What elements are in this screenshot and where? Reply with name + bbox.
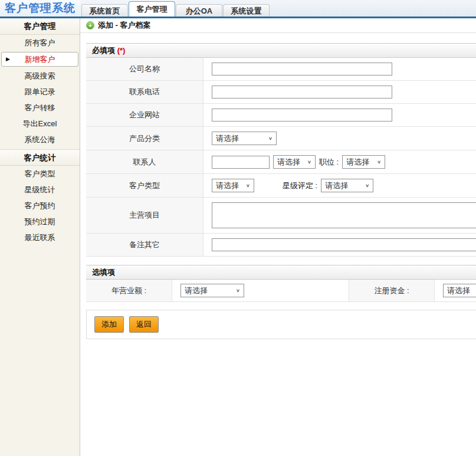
main-business-label: 主营项目 [86,198,203,233]
customer-type-select[interactable]: 请选择 ∨ [212,179,254,192]
form-row-website: 企业网站 [86,104,476,127]
optional-section-header: 选填项 [86,265,476,280]
chevron-down-icon: ∨ [236,288,240,293]
tab-office-oa[interactable]: 办公OA [176,4,222,17]
optional-form-row: 年营业额 : 请选择 ∨ 注册资金 : 请选择 ∨ [86,280,476,302]
sidebar: 客户管理 所有客户 ▶ 新增客户 高级搜索 跟单记录 客户转移 导出Excel … [0,18,80,456]
tab-system-home[interactable]: 系统首页 [81,4,128,17]
form-row-main-business: 主营项目 [86,198,476,234]
required-section-header: 必填项 (*) [86,43,476,58]
breadcrumb: + 添加 - 客户档案 [80,18,476,33]
company-website-input[interactable] [212,109,392,122]
contact-person-input[interactable] [212,156,270,169]
sidebar-item-appointment-expired[interactable]: 预约过期 [0,214,80,229]
sidebar-item-public-pool[interactable]: 系统公海 [0,132,80,147]
app-window: 客户管理系统 系统首页 客户管理 办公OA 系统设置 客户管理 所有客户 ▶ 新… [0,0,476,456]
star-rating-select[interactable]: 请选择 ∨ [321,179,373,192]
company-website-label: 企业网站 [86,104,203,126]
chevron-down-icon: ∨ [377,159,381,165]
star-rating-label: 星级评定 : [283,181,317,191]
contact-person-select[interactable]: 请选择 ∨ [273,155,316,169]
select-value: 请选择 [277,157,300,168]
arrow-right-icon: ▶ [6,53,10,66]
sidebar-item-follow-up-records[interactable]: 跟单记录 [0,84,80,100]
product-category-select[interactable]: 请选择 ∨ [212,132,277,145]
required-marker: (*) [117,46,126,55]
select-value: 请选择 [216,181,239,191]
chevron-down-icon: ∨ [268,136,273,141]
button-panel: 添加 返回 [86,310,476,339]
contact-phone-label: 联系电话 [86,81,203,103]
back-button[interactable]: 返回 [129,316,159,333]
main-business-textarea[interactable] [212,202,476,228]
product-category-label: 产品分类 [86,127,203,150]
add-button[interactable]: 添加 [94,316,124,333]
company-name-input[interactable] [212,63,392,76]
position-select[interactable]: 请选择 ∨ [342,155,385,169]
sidebar-item-all-customers[interactable]: 所有客户 [0,35,80,51]
tab-system-settings[interactable]: 系统设置 [223,4,270,17]
customer-type-label: 客户类型 [86,174,203,197]
chevron-down-icon: ∨ [246,183,250,188]
sidebar-item-recent-contact[interactable]: 最近联系 [0,229,80,245]
required-section-title: 必填项 [92,46,115,55]
select-value: 请选择 [346,157,369,168]
annual-revenue-label: 年营业额 : [86,280,172,301]
contact-phone-input[interactable] [212,86,392,99]
sidebar-item-customer-appointment[interactable]: 客户预约 [0,198,80,214]
form-row-company: 公司名称 [86,58,476,81]
optional-section: 选填项 年营业额 : 请选择 ∨ 注册资金 : 请选择 ∨ [86,265,476,302]
sidebar-item-advanced-search[interactable]: 高级搜索 [0,68,80,84]
form-row-remark: 备注其它 [86,234,476,257]
registered-capital-select[interactable]: 请选择 ∨ [443,284,476,297]
position-label: 职位 : [319,157,339,168]
tab-customer-management[interactable]: 客户管理 [129,1,175,17]
select-value: 请选择 [185,286,208,296]
select-value: 请选择 [447,286,470,296]
select-value: 请选择 [325,181,348,191]
breadcrumb-label: 添加 - 客户档案 [98,20,151,31]
remark-input[interactable] [212,238,476,251]
select-value: 请选择 [216,133,239,144]
required-form-table: 公司名称 联系电话 企业网站 [86,58,476,257]
sidebar-item-export-excel[interactable]: 导出Excel [0,116,80,132]
sidebar-header-customer-management: 客户管理 [0,18,80,35]
sidebar-item-customer-type[interactable]: 客户类型 [0,166,80,182]
main-area: + 添加 - 客户档案 必填项 (*) 公司名称 联系电话 [80,18,476,456]
top-header: 客户管理系统 系统首页 客户管理 办公OA 系统设置 [0,0,476,18]
sidebar-header-customer-statistics: 客户统计 [0,149,80,166]
add-icon: + [86,21,94,29]
remark-label: 备注其它 [86,234,203,256]
sidebar-item-customer-transfer[interactable]: 客户转移 [0,100,80,116]
annual-revenue-select[interactable]: 请选择 ∨ [180,284,244,297]
app-title: 客户管理系统 [0,0,80,17]
sidebar-item-star-statistics[interactable]: 星级统计 [0,182,80,198]
form-row-contact: 联系人 请选择 ∨ 职位 : 请选择 ∨ [86,150,476,174]
form-content: 必填项 (*) 公司名称 联系电话 企业网站 [80,33,476,339]
form-row-category: 产品分类 请选择 ∨ [86,127,476,150]
chevron-down-icon: ∨ [307,159,311,165]
form-row-phone: 联系电话 [86,81,476,104]
tab-bar: 系统首页 客户管理 办公OA 系统设置 [80,0,476,17]
contact-person-label: 联系人 [86,150,203,173]
registered-capital-label: 注册资金 : [349,280,435,301]
sidebar-item-label: 新增客户 [25,55,55,64]
form-row-customer-type: 客户类型 请选择 ∨ 星级评定 : 请选择 ∨ [86,174,476,198]
chevron-down-icon: ∨ [365,183,369,188]
sidebar-item-new-customer[interactable]: ▶ 新增客户 [1,52,78,67]
company-name-label: 公司名称 [86,58,203,80]
